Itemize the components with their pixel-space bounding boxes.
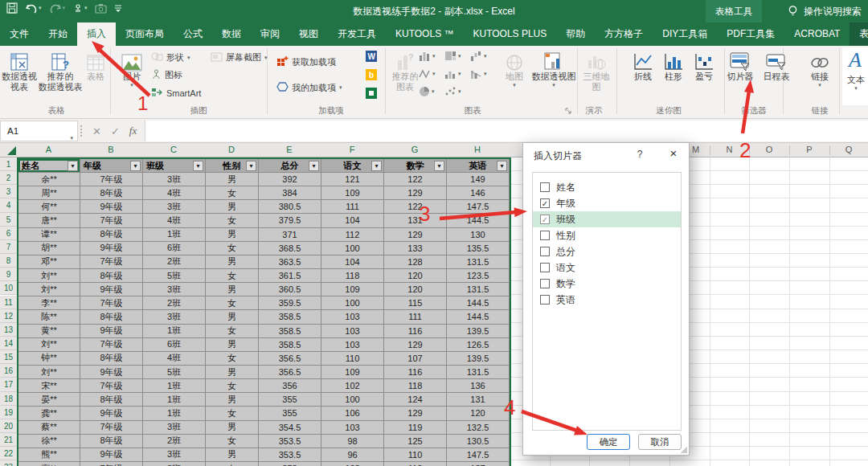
cell[interactable]: 358.5 (259, 338, 321, 352)
cell[interactable]: 128 (384, 255, 447, 269)
table-header-cell[interactable]: 班级▾ (143, 159, 206, 173)
column-header-H[interactable]: H (446, 143, 509, 157)
cell[interactable]: 男 (206, 393, 259, 407)
cell[interactable]: 熊** (18, 448, 80, 462)
cell[interactable]: 144.5 (447, 296, 510, 310)
cell[interactable]: 1班 (143, 379, 206, 393)
row-header-2[interactable]: 2 (0, 171, 18, 185)
ok-button[interactable]: 确定 (587, 434, 630, 450)
cell[interactable]: 7年级 (80, 173, 143, 186)
cell[interactable]: 112 (321, 228, 384, 242)
select-all-corner[interactable] (0, 143, 18, 157)
dialog-help-icon[interactable]: ? (633, 149, 647, 160)
cell[interactable]: 3班 (143, 200, 206, 214)
cell[interactable]: 7年级 (80, 255, 143, 269)
cell[interactable]: 李** (18, 296, 80, 310)
cell[interactable]: 8年级 (80, 310, 143, 324)
cell[interactable]: 1班 (143, 325, 206, 338)
cell[interactable]: 女 (206, 242, 259, 255)
cell[interactable]: 男 (206, 421, 259, 435)
column-header-C[interactable]: C (142, 143, 205, 157)
cell[interactable]: 371 (259, 228, 321, 242)
cell[interactable]: 唐** (18, 214, 80, 227)
checkbox-checked-icon[interactable]: ✓ (540, 215, 550, 224)
cell[interactable]: 131.5 (447, 255, 510, 269)
pie-chart-icon[interactable]: ▾ (419, 86, 435, 97)
cell[interactable]: 125 (384, 435, 447, 448)
slicer-button[interactable]: 切片器 (723, 47, 757, 82)
cell[interactable]: 4班 (143, 214, 206, 227)
checkbox-icon[interactable] (540, 263, 550, 272)
cell[interactable]: 116 (384, 366, 447, 379)
cell[interactable]: 男 (206, 255, 259, 269)
cell[interactable]: 3班 (143, 448, 206, 462)
cell[interactable]: 132.5 (447, 421, 510, 435)
cell[interactable]: 黄** (18, 325, 80, 338)
cell[interactable]: 100 (321, 242, 384, 255)
cell[interactable]: 147.5 (447, 448, 510, 462)
cell[interactable]: 余** (18, 173, 80, 186)
timeline-button[interactable]: 日程表 (759, 47, 794, 82)
line-sparkline-button[interactable]: 折线 (628, 47, 657, 82)
row-header-19[interactable]: 19 (0, 406, 18, 419)
cell[interactable]: 118 (384, 379, 447, 393)
cell[interactable]: 晏** (18, 393, 80, 407)
column-header-E[interactable]: E (258, 143, 321, 157)
cell[interactable]: 2班 (143, 255, 206, 269)
get-addins-button[interactable]: 获取加载项 (276, 55, 336, 68)
cell[interactable]: 115 (384, 296, 447, 310)
field-item-0[interactable]: 姓名 (533, 179, 681, 195)
field-item-5[interactable]: 语文 (533, 260, 681, 276)
cell[interactable]: 353 (259, 462, 321, 466)
filter-dropdown-icon[interactable]: ▾ (130, 161, 141, 171)
cell[interactable]: 144.5 (447, 310, 510, 324)
row-header-20[interactable]: 20 (0, 419, 18, 433)
tab-2[interactable]: 插入 (77, 22, 116, 46)
cell[interactable]: 8年级 (80, 352, 143, 366)
cell[interactable]: 钟** (18, 352, 80, 366)
line-chart-icon[interactable]: ▾ (419, 68, 436, 79)
cell[interactable]: 120 (384, 269, 447, 283)
pictures-button[interactable]: 图片 ▾ (117, 47, 146, 88)
row-header-15[interactable]: 15 (0, 350, 18, 364)
row-header-23[interactable]: 23 (0, 460, 18, 466)
tab-7[interactable]: 视图 (289, 22, 328, 46)
tab-8[interactable]: 开发工具 (328, 22, 386, 46)
cell[interactable]: 8年级 (80, 269, 143, 283)
scatter-chart-icon[interactable]: ▾ (444, 86, 461, 96)
cell[interactable]: 98 (321, 435, 384, 448)
cell[interactable]: 129 (384, 228, 447, 242)
cell[interactable]: 131 (447, 393, 510, 407)
cell[interactable]: 368.5 (259, 242, 321, 255)
cell[interactable]: 男 (206, 366, 259, 379)
tab-15[interactable]: ACROBAT (784, 22, 850, 46)
cell[interactable]: 3班 (143, 283, 206, 296)
cell[interactable]: 136 (447, 379, 510, 393)
cell[interactable]: 9年级 (80, 448, 143, 462)
cell[interactable]: 96 (321, 448, 384, 462)
cell[interactable]: 3班 (143, 310, 206, 324)
cell[interactable]: 123.5 (447, 269, 510, 283)
cell[interactable]: 116 (384, 325, 447, 338)
treemap-chart-icon[interactable]: ▾ (444, 51, 461, 61)
row-header-22[interactable]: 22 (0, 447, 18, 460)
cell[interactable]: 121 (321, 173, 384, 186)
winloss-sparkline-button[interactable]: 盈亏 (690, 47, 719, 82)
checkbox-icon[interactable] (540, 295, 550, 305)
cell[interactable]: 9年级 (80, 366, 143, 379)
cell[interactable]: 126.5 (447, 338, 510, 352)
table-header-cell[interactable]: 性别▾ (206, 159, 259, 173)
tab-3[interactable]: 页面布局 (116, 22, 174, 46)
cell[interactable]: 102 (321, 379, 384, 393)
link-button[interactable]: 链接 ▾ (802, 47, 837, 88)
cell[interactable]: 女 (206, 296, 259, 310)
cell[interactable]: 118 (321, 269, 384, 283)
cell[interactable]: 男 (206, 448, 259, 462)
cell[interactable]: 男 (206, 310, 259, 324)
cell[interactable]: 124 (384, 393, 447, 407)
cell[interactable]: 刘** (18, 338, 80, 352)
cell[interactable]: 109 (321, 283, 384, 296)
wikipedia-addin-icon[interactable]: W (366, 51, 377, 62)
cell[interactable]: 4班 (143, 352, 206, 366)
tab-12[interactable]: 方方格子 (595, 22, 653, 46)
